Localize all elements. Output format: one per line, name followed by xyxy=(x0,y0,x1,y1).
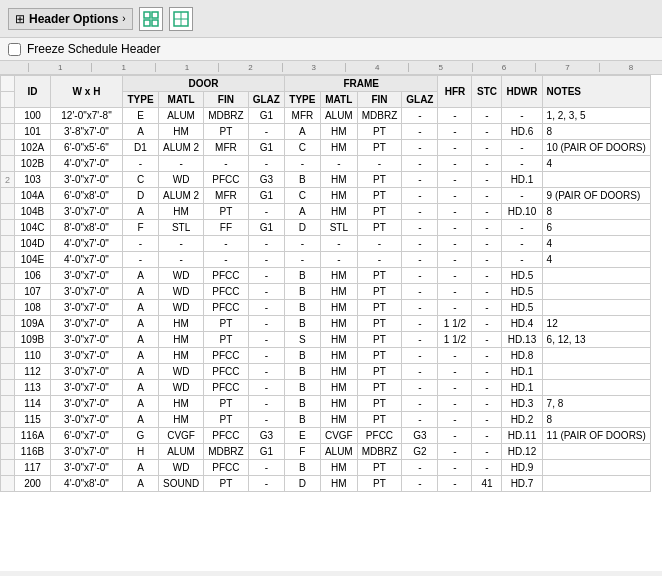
grid-icon-1[interactable] xyxy=(139,7,163,31)
door-fin-header: FIN xyxy=(204,92,249,108)
table-row[interactable]: 21033'-0"x7'-0"CWDPFCCG3BHMPT---HD.1 xyxy=(1,172,651,188)
cell-id: 116A xyxy=(15,428,51,444)
ruler-mark: 6 xyxy=(472,63,535,72)
cell-ftype: - xyxy=(284,252,320,268)
table-row[interactable]: 109B3'-0"x7'-0"AHMPT-SHMPT-1 1/2-HD.136,… xyxy=(1,332,651,348)
col-wxh-header: W x H xyxy=(51,76,123,108)
door-type-header: TYPE xyxy=(123,92,159,108)
table-row[interactable]: 1013'-8"x7'-0"AHMPT-AHMPT---HD.68 xyxy=(1,124,651,140)
cell-ffin: PT xyxy=(357,412,402,428)
cell-id: 110 xyxy=(15,348,51,364)
cell-hdwr: HD.13 xyxy=(502,332,542,348)
freeze-label[interactable]: Freeze Schedule Header xyxy=(27,42,160,56)
row-num xyxy=(1,348,15,364)
cell-dmatl: ALUM 2 xyxy=(159,140,204,156)
table-row[interactable]: 104B3'-0"x7'-0"AHMPT-AHMPT---HD.108 xyxy=(1,204,651,220)
table-container[interactable]: ID W x H DOOR FRAME HFR STC HDWR NOTES T… xyxy=(0,75,662,571)
frame-group-header: FRAME xyxy=(284,76,438,92)
table-row[interactable]: 1173'-0"x7'-0"AWDPFCC-BHMPT---HD.9 xyxy=(1,460,651,476)
table-row[interactable]: 1133'-0"x7'-0"AWDPFCC-BHMPT---HD.1 xyxy=(1,380,651,396)
cell-dfin: PFCC xyxy=(204,172,249,188)
cell-fmatl: HM xyxy=(320,300,357,316)
cell-id: 106 xyxy=(15,268,51,284)
cell-dfin: - xyxy=(204,236,249,252)
cell-hfr: - xyxy=(438,284,472,300)
table-row[interactable]: 1083'-0"x7'-0"AWDPFCC-BHMPT---HD.5 xyxy=(1,300,651,316)
table-row[interactable]: 104D4'-0"x7'-0"-----------4 xyxy=(1,236,651,252)
table-row[interactable]: 102B4'-0"x7'-0"-----------4 xyxy=(1,156,651,172)
table-row[interactable]: 116A6'-0"x7'-0"GCVGFPFCCG3ECVGFPFCCG3--H… xyxy=(1,428,651,444)
cell-dmatl: HM xyxy=(159,348,204,364)
cell-stc: - xyxy=(472,140,502,156)
cell-fmatl: CVGF xyxy=(320,428,357,444)
table-row[interactable]: 2004'-0"x8'-0"ASOUNDPT-DHMPT--41HD.7 xyxy=(1,476,651,492)
row-num xyxy=(1,396,15,412)
table-row[interactable]: 104C8'-0"x8'-0"FSTLFFG1DSTLPT----6 xyxy=(1,220,651,236)
cell-wxh: 4'-0"x8'-0" xyxy=(51,476,123,492)
table-icon: ⊞ xyxy=(15,12,25,26)
cell-hdwr: - xyxy=(502,140,542,156)
cell-dfin: PT xyxy=(204,396,249,412)
cell-dglaz: G1 xyxy=(248,444,284,460)
cell-wxh: 4'-0"x7'-0" xyxy=(51,236,123,252)
svg-rect-2 xyxy=(144,20,150,26)
header-options-button[interactable]: ⊞ Header Options › xyxy=(8,8,133,30)
cell-ffin: PT xyxy=(357,188,402,204)
table-row[interactable]: 1123'-0"x7'-0"AWDPFCC-BHMPT---HD.1 xyxy=(1,364,651,380)
cell-fglaz: - xyxy=(402,364,438,380)
cell-fmatl: HM xyxy=(320,316,357,332)
table-row[interactable]: 1073'-0"x7'-0"AWDPFCC-BHMPT---HD.5 xyxy=(1,284,651,300)
cell-id: 104A xyxy=(15,188,51,204)
table-row[interactable]: 104E4'-0"x7'-0"-----------4 xyxy=(1,252,651,268)
cell-wxh: 3'-0"x7'-0" xyxy=(51,172,123,188)
cell-dfin: PFCC xyxy=(204,380,249,396)
cell-hfr: - xyxy=(438,204,472,220)
cell-dmatl: WD xyxy=(159,460,204,476)
cell-wxh: 3'-0"x7'-0" xyxy=(51,284,123,300)
cell-notes xyxy=(542,364,650,380)
cell-ffin: - xyxy=(357,156,402,172)
cell-dtype: A xyxy=(123,204,159,220)
cell-stc: - xyxy=(472,380,502,396)
cell-dtype: - xyxy=(123,236,159,252)
cell-ffin: PT xyxy=(357,380,402,396)
table-row[interactable]: 1153'-0"x7'-0"AHMPT-BHMPT---HD.28 xyxy=(1,412,651,428)
cell-hfr: - xyxy=(438,364,472,380)
cell-wxh: 3'-8"x7'-0" xyxy=(51,124,123,140)
row-num xyxy=(1,364,15,380)
cell-notes: 10 (PAIR OF DOORS) xyxy=(542,140,650,156)
row-num-header xyxy=(1,76,15,92)
cell-hfr: - xyxy=(438,300,472,316)
cell-fglaz: - xyxy=(402,300,438,316)
row-num xyxy=(1,236,15,252)
cell-ftype: D xyxy=(284,476,320,492)
cell-dmatl: - xyxy=(159,252,204,268)
table-row[interactable]: 109A3'-0"x7'-0"AHMPT-BHMPT-1 1/2-HD.412 xyxy=(1,316,651,332)
cell-ftype: MFR xyxy=(284,108,320,124)
cell-dmatl: STL xyxy=(159,220,204,236)
table-row[interactable]: 116B3'-0"x7'-0"HALUMMDBRZG1FALUMMDBRZG2-… xyxy=(1,444,651,460)
cell-ffin: PT xyxy=(357,140,402,156)
table-row[interactable]: 102A6'-0"x5'-6"D1ALUM 2MFRG1CHMPT----10 … xyxy=(1,140,651,156)
freeze-checkbox[interactable] xyxy=(8,43,21,56)
cell-notes xyxy=(542,476,650,492)
table-row[interactable]: 104A6'-0"x8'-0"DALUM 2MFRG1CHMPT----9 (P… xyxy=(1,188,651,204)
cell-dglaz: - xyxy=(248,412,284,428)
table-row[interactable]: 1063'-0"x7'-0"AWDPFCC-BHMPT---HD.5 xyxy=(1,268,651,284)
cell-dtype: A xyxy=(123,412,159,428)
grid-icon-2[interactable] xyxy=(169,7,193,31)
cell-id: 109B xyxy=(15,332,51,348)
svg-rect-0 xyxy=(144,12,150,18)
table-row[interactable]: 10012'-0"x7'-8"EALUMMDBRZG1MFRALUMMDBRZ-… xyxy=(1,108,651,124)
table-row[interactable]: 1103'-0"x7'-0"AHMPFCC-BHMPT---HD.8 xyxy=(1,348,651,364)
cell-hfr: - xyxy=(438,428,472,444)
cell-stc: - xyxy=(472,284,502,300)
cell-ffin: PT xyxy=(357,204,402,220)
svg-rect-1 xyxy=(152,12,158,18)
freeze-bar: Freeze Schedule Header xyxy=(0,38,662,61)
cell-hfr: - xyxy=(438,140,472,156)
cell-notes xyxy=(542,284,650,300)
table-row[interactable]: 1143'-0"x7'-0"AHMPT-BHMPT---HD.37, 8 xyxy=(1,396,651,412)
cell-dmatl: WD xyxy=(159,284,204,300)
cell-ffin: PT xyxy=(357,220,402,236)
